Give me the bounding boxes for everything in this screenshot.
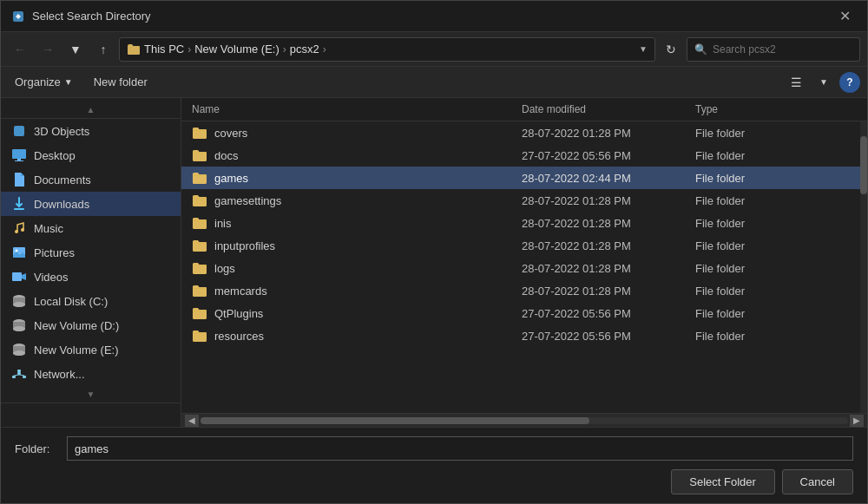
folder-label: Folder: (15, 442, 56, 455)
folder-icon (192, 239, 207, 252)
sidebar-item-desktop[interactable]: Desktop (1, 143, 181, 167)
new-volume-e-icon (11, 342, 27, 357)
view-button[interactable]: ☰ (784, 70, 808, 95)
table-row[interactable]: inis 28-07-2022 01:28 PM File folder (181, 212, 860, 234)
title-bar: Select Search Directory ✕ (1, 1, 867, 32)
file-cell-date: 28-07-2022 01:28 PM (511, 217, 685, 230)
dropdown-button[interactable]: ▼ (63, 37, 88, 62)
folder-input[interactable] (67, 436, 853, 461)
address-dropdown-arrow[interactable]: ▼ (639, 44, 648, 54)
crumb-new-volume-e[interactable]: New Volume (E:) (194, 43, 279, 56)
videos-icon (11, 269, 27, 285)
vscroll-thumb[interactable] (860, 136, 867, 194)
table-row[interactable]: docs 27-07-2022 05:56 PM File folder (181, 144, 860, 167)
sidebar-item-network[interactable]: Network... (1, 362, 181, 386)
folder-icon (192, 261, 207, 275)
folder-icon (192, 329, 207, 343)
sidebar-item-downloads[interactable]: Downloads (1, 192, 181, 216)
dialog: Select Search Directory ✕ ← → ▼ ↑ This P… (0, 0, 868, 504)
up-button[interactable]: ↑ (91, 37, 115, 62)
svg-rect-20 (17, 370, 21, 372)
forward-button[interactable]: → (36, 37, 60, 62)
downloads-icon (11, 196, 27, 212)
3d-objects-icon (11, 123, 27, 139)
file-cell-date: 27-07-2022 05:56 PM (511, 307, 685, 320)
sidebar-item-new-volume-d[interactable]: New Volume (D:) (1, 313, 181, 337)
table-row[interactable]: covers 28-07-2022 01:28 PM File folder (181, 121, 860, 144)
table-row[interactable]: inputprofiles 28-07-2022 01:28 PM File f… (181, 234, 860, 257)
new-folder-button[interactable]: New folder (87, 72, 155, 92)
main-content: ▲ 3D Objects Desktop Documents (1, 98, 867, 427)
col-header-name[interactable]: Name (181, 103, 511, 115)
sidebar-label-documents: Documents (34, 173, 91, 187)
table-row[interactable]: games 28-07-2022 02:44 PM File folder (181, 167, 860, 189)
address-folder-icon (127, 43, 141, 56)
sidebar-item-new-volume-e[interactable]: New Volume (E:) (1, 337, 181, 362)
back-button[interactable]: ← (8, 37, 32, 62)
help-button[interactable]: ? (839, 72, 860, 93)
select-folder-button[interactable]: Select Folder (671, 469, 775, 494)
table-row[interactable]: logs 28-07-2022 01:28 PM File folder (181, 257, 860, 279)
search-input[interactable] (713, 43, 852, 56)
table-row[interactable]: resources 27-07-2022 05:56 PM File folde… (181, 324, 860, 347)
col-header-type[interactable]: Type (685, 103, 867, 115)
sidebar-item-documents[interactable]: Documents (1, 167, 181, 192)
hscroll-left-button[interactable]: ◀ (185, 415, 199, 427)
file-cell-name: docs (181, 148, 511, 162)
folder-icon (192, 171, 207, 185)
organize-toolbar: Organize ▼ New folder ☰ ▼ ? (1, 67, 867, 98)
col-header-date[interactable]: Date modified (511, 103, 685, 115)
svg-rect-4 (15, 160, 23, 161)
organize-label: Organize (15, 75, 61, 88)
network-icon (11, 366, 27, 382)
sidebar: ▲ 3D Objects Desktop Documents (1, 98, 181, 427)
footer: Folder: Select Folder Cancel (1, 427, 867, 503)
svg-rect-2 (12, 149, 26, 159)
file-cell-type: File folder (685, 285, 860, 298)
close-button[interactable]: ✕ (832, 4, 857, 29)
hscroll-right-button[interactable]: ▶ (850, 415, 864, 427)
sidebar-item-videos[interactable]: Videos (1, 265, 181, 289)
file-cell-name: covers (181, 126, 511, 140)
file-cell-type: File folder (685, 307, 860, 320)
sidebar-item-pictures[interactable]: Pictures (1, 240, 181, 265)
svg-point-14 (13, 326, 25, 331)
crumb-this-pc[interactable]: This PC (144, 43, 184, 56)
sidebar-label-music: Music (34, 222, 63, 235)
table-row[interactable]: gamesettings 28-07-2022 01:28 PM File fo… (181, 189, 860, 212)
organize-button[interactable]: Organize ▼ (8, 72, 80, 92)
new-volume-d-icon (11, 317, 27, 333)
sidebar-label-videos: Videos (34, 271, 69, 284)
file-cell-name: games (181, 171, 511, 185)
vertical-scrollbar[interactable] (860, 121, 867, 413)
address-bar[interactable]: This PC › New Volume (E:) › pcsx2 › ▼ (119, 37, 655, 62)
file-cell-type: File folder (685, 172, 860, 185)
title-bar-left: Select Search Directory (11, 10, 151, 23)
sidebar-item-music[interactable]: Music (1, 216, 181, 240)
sidebar-item-3d-objects[interactable]: 3D Objects (1, 119, 181, 143)
view-dropdown-icon: ▼ (819, 77, 828, 87)
folder-icon (192, 126, 207, 140)
cancel-button[interactable]: Cancel (782, 469, 853, 494)
view-icon: ☰ (791, 75, 802, 89)
search-bar[interactable]: 🔍 (687, 37, 860, 62)
hscroll-track[interactable] (201, 417, 848, 424)
file-name: QtPlugins (214, 307, 263, 320)
folder-icon (192, 216, 207, 230)
table-row[interactable]: QtPlugins 27-07-2022 05:56 PM File folde… (181, 302, 860, 324)
svg-point-6 (15, 230, 18, 233)
table-row[interactable]: memcards 28-07-2022 01:28 PM File folder (181, 279, 860, 302)
file-cell-date: 27-07-2022 05:56 PM (511, 330, 685, 343)
svg-rect-19 (23, 376, 26, 378)
file-name: games (214, 172, 248, 185)
file-cell-date: 28-07-2022 01:28 PM (511, 127, 685, 140)
organize-dropdown-icon: ▼ (64, 77, 73, 87)
file-name: inputprofiles (214, 239, 275, 252)
crumb-pcsx2[interactable]: pcsx2 (290, 43, 319, 56)
file-list: covers 28-07-2022 01:28 PM File folder d… (181, 121, 860, 413)
view-dropdown-button[interactable]: ▼ (812, 70, 836, 95)
sidebar-item-local-disk-c[interactable]: Local Disk (C:) (1, 289, 181, 313)
horizontal-scrollbar: ◀ ▶ (181, 413, 867, 427)
sidebar-label-new-volume-e: New Volume (E:) (34, 344, 119, 357)
refresh-button[interactable]: ↻ (659, 37, 683, 62)
